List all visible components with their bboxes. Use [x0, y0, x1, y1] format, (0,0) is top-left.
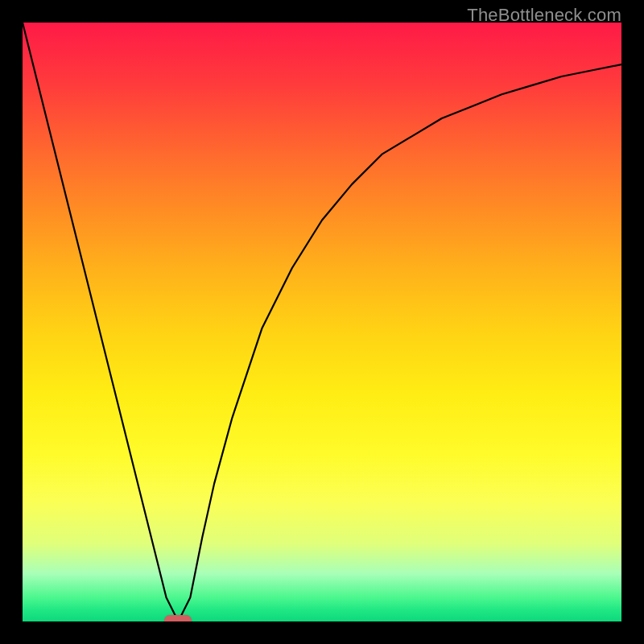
- bottleneck-curve: [23, 23, 621, 621]
- attribution-text: TheBottleneck.com: [467, 5, 621, 26]
- plot-area: [23, 23, 621, 621]
- minimum-marker: [164, 615, 192, 621]
- chart-frame: TheBottleneck.com: [0, 0, 644, 644]
- curve-svg: [23, 23, 621, 621]
